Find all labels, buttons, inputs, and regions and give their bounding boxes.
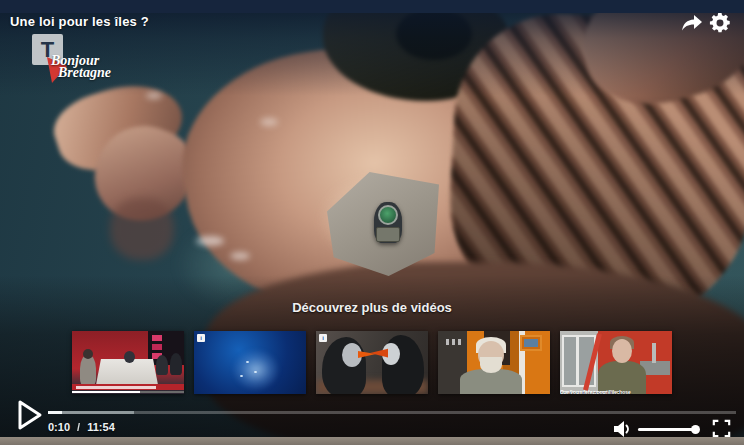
channel-badge: i [319, 334, 327, 342]
volume-knob[interactable] [691, 425, 700, 434]
settings-button[interactable] [709, 12, 733, 34]
studio-desk [96, 359, 158, 385]
video-player: Une loi pour les îles ? T Bonjour Bretag… [0, 0, 744, 445]
progress-played [48, 411, 62, 414]
guest-head [83, 349, 93, 359]
fish-glint [246, 361, 249, 363]
guest-figure [156, 355, 168, 375]
video-thumbnail-studio-debate[interactable] [72, 331, 184, 394]
current-time: 0:10 [48, 421, 70, 433]
lamp [652, 343, 656, 363]
volume-slider[interactable] [638, 428, 696, 431]
brand-line2: Bretagne [58, 67, 111, 79]
fullscreen-icon [712, 419, 731, 438]
video-thumbnail-woman-interview[interactable]: Quelle sera la première chose que vous f… [560, 331, 672, 394]
video-thumbnail-puffins[interactable]: i [316, 331, 428, 394]
thumbnail-row: i i [0, 331, 744, 394]
thumb-progress-fill [72, 391, 140, 393]
fullscreen-button[interactable] [712, 419, 731, 438]
sea-foam [196, 236, 224, 246]
guest-figure [80, 355, 96, 385]
play-icon [14, 398, 44, 432]
play-button[interactable] [14, 398, 44, 432]
fish-glint [240, 375, 243, 377]
shelf-glass [452, 339, 455, 345]
submerged-rock [110, 198, 174, 260]
video-thumbnail-man-interview[interactable] [438, 331, 550, 394]
fish-glint [254, 371, 257, 373]
picture [524, 339, 538, 347]
video-title: Une loi pour les îles ? [10, 14, 149, 29]
page-background-strip [0, 437, 744, 445]
equipment-box [376, 227, 400, 242]
guest-figure [170, 353, 182, 375]
studio-screen [152, 335, 162, 341]
more-videos-label: Découvrez plus de vidéos [0, 300, 744, 315]
window-frame-bar [576, 335, 579, 387]
progress-bar[interactable] [48, 411, 736, 414]
shelf-glass [458, 339, 461, 345]
top-bar [0, 0, 744, 13]
studio-screen [152, 344, 162, 350]
time-display: 0:10 / 11:54 [48, 421, 115, 433]
share-button[interactable] [680, 12, 704, 34]
lighthouse-dome [378, 205, 398, 225]
shelf-glass [446, 339, 449, 345]
share-icon [680, 12, 704, 34]
woman-head [612, 339, 632, 363]
sea-foam [260, 118, 278, 126]
ticker-text-bar [76, 386, 156, 389]
volume-button[interactable] [612, 420, 632, 438]
man-beard [480, 357, 502, 373]
video-thumbnail-underwater[interactable]: i [194, 331, 306, 394]
time-separator: / [77, 421, 80, 433]
host-figure [124, 351, 135, 363]
channel-badge: i [197, 334, 205, 342]
gear-icon [709, 12, 731, 34]
volume-icon [612, 420, 632, 438]
fish-school [232, 349, 280, 391]
volume-fill [638, 428, 696, 431]
duration: 11:54 [87, 421, 115, 433]
sea-foam [230, 252, 250, 260]
